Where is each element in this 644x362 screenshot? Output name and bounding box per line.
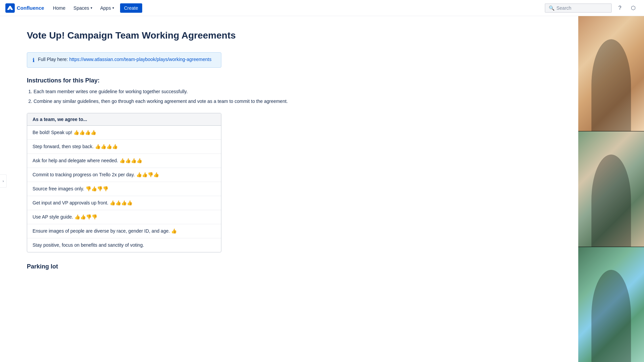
agreement-row-6: Get input and VP approvals up front. 👍👍👍… — [27, 196, 221, 210]
info-banner-text: Full Play here: https://www.atlassian.co… — [38, 57, 211, 62]
video-tile-2 — [578, 131, 644, 247]
create-button[interactable]: Create — [120, 3, 142, 13]
video-person-3 — [591, 270, 631, 297]
home-nav-item[interactable]: Home — [50, 3, 69, 13]
search-placeholder: Search — [556, 5, 571, 11]
nav-items: Home Spaces ▾ Apps ▾ Create — [50, 3, 142, 13]
info-banner: ℹ Full Play here: https://www.atlassian.… — [27, 52, 221, 68]
search-icon: 🔍 — [549, 5, 554, 11]
main-content: Vote Up! Campaign Team Working Agreement… — [7, 16, 409, 297]
instructions-list: Each team member writes one guideline fo… — [34, 88, 389, 105]
confluence-logo[interactable]: Confluence — [5, 3, 44, 13]
page-title: Vote Up! Campaign Team Working Agreement… — [27, 29, 389, 42]
instructions-heading: Instructions for this Play: — [27, 77, 389, 84]
spaces-chevron-icon: ▾ — [91, 6, 92, 10]
agreement-table-header: As a team, we agree to... — [27, 113, 221, 126]
agreement-row-3: Ask for help and delegate where needed. … — [27, 154, 221, 168]
agreement-row-1: Be bold! Speak up! 👍👍👍👍 — [27, 126, 221, 140]
video-person-2 — [591, 155, 631, 247]
agreement-row-5: Source free images only. 👎👍👎👎 — [27, 182, 221, 196]
page-layout: Vote Up! Campaign Team Working Agreement… — [0, 16, 644, 297]
video-panel — [578, 16, 644, 297]
nav-right: 🔍 Search ? ⬡ — [545, 3, 639, 13]
info-icon: ℹ — [33, 57, 35, 63]
agreement-row-8: Ensure images of people are diverse by r… — [27, 224, 221, 238]
instruction-item-2: Combine any similar guidelines, then go … — [34, 98, 389, 105]
search-box[interactable]: 🔍 Search — [545, 3, 612, 13]
apps-chevron-icon: ▾ — [112, 6, 114, 10]
agreement-row-4: Commit to tracking progress on Trello 2x… — [27, 168, 221, 182]
logo-label: Confluence — [17, 5, 44, 11]
video-tile-1 — [578, 16, 644, 131]
agreement-row-2: Step forward, then step back. 👍👍👍👍 — [27, 140, 221, 154]
spaces-nav-item[interactable]: Spaces ▾ — [70, 3, 96, 13]
full-play-link[interactable]: https://www.atlassian.com/team-playbook/… — [69, 57, 211, 62]
video-person-1 — [591, 39, 631, 131]
top-navigation: Confluence Home Spaces ▾ Apps ▾ Create 🔍… — [0, 0, 644, 16]
apps-nav-item[interactable]: Apps ▾ — [97, 3, 117, 13]
agreement-table: As a team, we agree to... Be bold! Speak… — [27, 113, 221, 252]
sign-in-button[interactable]: ⬡ — [628, 3, 639, 13]
instruction-item-1: Each team member writes one guideline fo… — [34, 88, 389, 95]
video-tile-3 — [578, 247, 644, 297]
help-button[interactable]: ? — [614, 3, 625, 13]
sidebar-toggle[interactable]: › — [0, 174, 7, 188]
agreement-row-9: Stay positive, focus on benefits and san… — [27, 238, 221, 252]
agreement-row-7: Use AP style guide. 👍👍👎👎 — [27, 210, 221, 224]
parking-lot-heading: Parking lot — [27, 263, 389, 270]
